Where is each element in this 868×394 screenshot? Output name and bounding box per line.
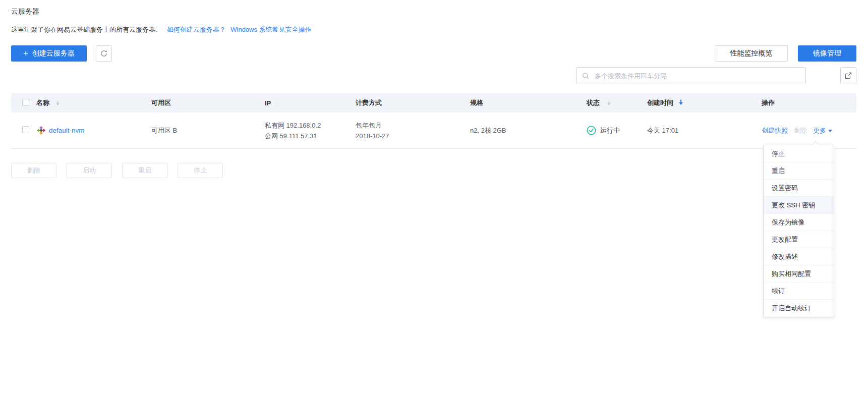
delete-link-disabled: 删除 [794, 127, 807, 134]
more-actions-menu: 停止 重启 设置密码 更改 SSH 密钥 保存为镜像 更改配置 修改描述 购买相… [763, 145, 834, 317]
billing-type: 包年包月 [356, 120, 470, 131]
column-header-status[interactable]: 状态 [587, 98, 647, 107]
menu-item-buy-same-config[interactable]: 购买相同配置 [764, 265, 834, 283]
menu-item-stop[interactable]: 停止 [764, 145, 834, 162]
refresh-icon [100, 49, 108, 58]
batch-reboot-button[interactable]: 重启 [122, 163, 167, 178]
column-header-actions: 操作 [762, 98, 856, 107]
column-header-zone: 可用区 [151, 98, 265, 107]
column-header-spec: 规格 [470, 98, 587, 107]
performance-overview-button[interactable]: 性能监控概览 [715, 45, 788, 62]
image-manage-button[interactable]: 镜像管理 [798, 45, 856, 62]
sort-descending-active-icon[interactable] [678, 99, 683, 105]
select-all-checkbox[interactable] [22, 99, 29, 106]
create-server-button[interactable]: + 创建云服务器 [11, 45, 87, 62]
status-running-icon [587, 126, 596, 135]
batch-actions-bar: 删除 启动 重启 停止 [11, 163, 223, 178]
menu-item-edit-description[interactable]: 修改描述 [764, 248, 834, 265]
batch-stop-button[interactable]: 停止 [178, 163, 223, 178]
description-text: 这里汇聚了你在网易云基础服务上的所有云服务器。 [11, 26, 162, 33]
create-snapshot-link[interactable]: 创建快照 [762, 127, 788, 134]
chevron-down-icon [828, 130, 832, 132]
column-header-created[interactable]: 创建时间 [647, 98, 762, 107]
billing-cell: 包年包月 2018-10-27 [356, 120, 470, 141]
actions-cell: 创建快照删除更多 [762, 126, 856, 135]
menu-item-change-ssh-key[interactable]: 更改 SSH 密钥 [764, 197, 834, 214]
refresh-button[interactable] [96, 45, 112, 62]
created-cell: 今天 17:01 [647, 126, 762, 135]
performance-overview-label: 性能监控概览 [730, 49, 773, 58]
menu-item-renew[interactable]: 续订 [764, 283, 834, 300]
sort-descending-icon[interactable] [607, 100, 611, 106]
export-button[interactable] [840, 67, 856, 84]
menu-item-save-as-image[interactable]: 保存为镜像 [764, 214, 834, 231]
batch-delete-button[interactable]: 删除 [11, 163, 56, 178]
status-cell: 运行中 [587, 126, 647, 135]
ip-cell: 私有网 192.168.0.2 公网 59.111.57.31 [265, 120, 356, 141]
more-actions-link[interactable]: 更多 [813, 127, 832, 134]
menu-item-reboot[interactable]: 重启 [764, 162, 834, 180]
windows-security-link[interactable]: Windows 系统常见安全操作 [230, 26, 311, 33]
create-server-label: 创建云服务器 [32, 49, 75, 58]
sort-descending-icon[interactable] [55, 100, 60, 106]
menu-item-change-config[interactable]: 更改配置 [764, 231, 834, 248]
column-header-ip: IP [265, 99, 356, 107]
row-checkbox[interactable] [22, 126, 29, 133]
column-header-billing: 计费方式 [356, 98, 470, 107]
how-to-create-link[interactable]: 如何创建云服务器？ [167, 26, 226, 33]
cloud-server-page: 云服务器 这里汇聚了你在网易云基础服务上的所有云服务器。 如何创建云服务器？ W… [0, 0, 868, 394]
image-manage-label: 镜像管理 [813, 49, 841, 58]
zone-cell: 可用区 B [151, 126, 265, 135]
search-icon [582, 72, 590, 80]
spec-cell: n2, 2核 2GB [470, 126, 587, 135]
status-label: 运行中 [600, 126, 620, 135]
plus-icon: + [23, 49, 28, 58]
table-row: default-nvm 可用区 B 私有网 192.168.0.2 公网 59.… [11, 112, 856, 149]
public-ip: 公网 59.111.57.31 [265, 131, 356, 141]
private-ip: 私有网 192.168.0.2 [265, 120, 356, 131]
menu-item-set-password[interactable]: 设置密码 [764, 180, 834, 197]
menu-item-enable-auto-renew[interactable]: 开启自动续订 [764, 300, 834, 317]
export-icon [844, 72, 852, 80]
search-box [576, 67, 806, 84]
batch-start-button[interactable]: 启动 [67, 163, 112, 178]
page-description: 这里汇聚了你在网易云基础服务上的所有云服务器。 如何创建云服务器？ Window… [11, 25, 312, 34]
billing-date: 2018-10-27 [356, 131, 470, 141]
centos-os-icon [36, 126, 46, 135]
search-input[interactable] [595, 72, 800, 80]
table-header: 名称 可用区 IP 计费方式 规格 状态 创建时间 操作 [11, 93, 856, 112]
page-title: 云服务器 [11, 7, 39, 16]
server-name-link[interactable]: default-nvm [49, 127, 85, 134]
column-header-name[interactable]: 名称 [36, 98, 151, 107]
